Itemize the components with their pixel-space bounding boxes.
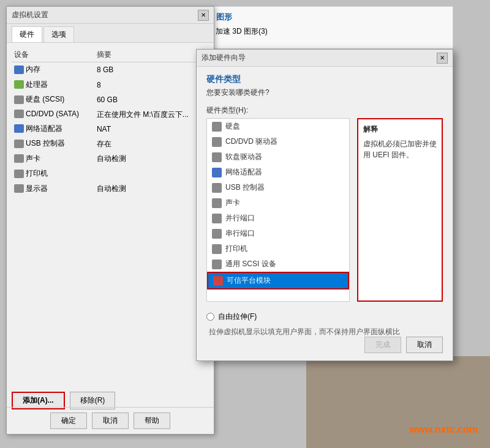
table-row[interactable]: 内存 8 GB bbox=[12, 62, 209, 78]
table-row[interactable]: 处理器 8 bbox=[12, 78, 209, 93]
hw-item-floppy[interactable]: 软盘驱动器 bbox=[207, 149, 349, 165]
hw-type-list: 硬盘 CD/DVD 驱动器 软盘驱动器 网络适配器 USB 控制器 bbox=[206, 118, 350, 302]
hw-section-title: 硬件类型 bbox=[206, 74, 443, 85]
vm-settings-window: 虚拟机设置 ✕ 硬件 选项 设备 摘要 内存 8 GB 处理器 8 bbox=[6, 6, 214, 435]
net-list-icon bbox=[212, 168, 222, 177]
dialog-bottom-area: 自由拉伸(F) 拉伸虚拟机显示以填充用户界面，而不保持用户界面纵横比 bbox=[206, 312, 443, 337]
dialog-cancel-button[interactable]: 取消 bbox=[406, 337, 443, 353]
ok-button[interactable]: 确定 bbox=[50, 413, 87, 429]
table-row[interactable]: 网络适配器 NAT bbox=[12, 122, 209, 137]
accelerate-3d-row: 加速 3D 图形(3) bbox=[204, 26, 445, 37]
hw-item-usb[interactable]: USB 控制器 bbox=[207, 180, 349, 195]
hw-item-parallel[interactable]: 并行端口 bbox=[207, 211, 349, 226]
hw-item-cdrom[interactable]: CD/DVD 驱动器 bbox=[207, 134, 349, 149]
table-row[interactable]: 声卡 自动检测 bbox=[12, 152, 209, 167]
bottom-confirm-row: 确定 取消 帮助 bbox=[7, 407, 214, 429]
stretch-radio-row: 自由拉伸(F) bbox=[206, 312, 443, 322]
hw-item-scsi[interactable]: 通用 SCSI 设备 bbox=[207, 256, 349, 272]
stretch-description: 拉伸虚拟机显示以填充用户界面，而不保持用户界面纵横比 bbox=[206, 327, 443, 337]
hw-item-printer[interactable]: 打印机 bbox=[207, 241, 349, 256]
finish-button[interactable]: 完成 bbox=[364, 337, 401, 353]
tab-hardware[interactable]: 硬件 bbox=[12, 26, 42, 42]
add-hw-body: 硬件类型 您要安装哪类硬件? 硬件类型(H): 硬盘 CD/DVD 驱动器 软盘… bbox=[197, 67, 453, 345]
watermark-site: www.nxtc.com bbox=[410, 423, 478, 436]
add-hw-close-btn[interactable]: ✕ bbox=[437, 53, 448, 64]
scsi-list-icon bbox=[212, 259, 222, 269]
hdd-list-icon bbox=[212, 122, 222, 132]
accelerate-3d-label: 加速 3D 图形(3) bbox=[216, 26, 268, 37]
hw-item-serial[interactable]: 串行端口 bbox=[207, 226, 349, 241]
graphics-3d-title: 3D 图形 bbox=[204, 12, 445, 23]
cdrom-icon bbox=[14, 110, 24, 118]
vm-settings-close-btn[interactable]: ✕ bbox=[198, 10, 209, 21]
print-icon bbox=[14, 170, 24, 178]
hdd-icon bbox=[14, 95, 24, 104]
dialog-footer: 完成 取消 bbox=[364, 337, 443, 353]
hw-item-hdd[interactable]: 硬盘 bbox=[207, 119, 349, 134]
add-hw-titlebar: 添加硬件向导 ✕ bbox=[197, 50, 453, 67]
parallel-list-icon bbox=[212, 214, 222, 223]
table-row[interactable]: 打印机 bbox=[12, 166, 209, 182]
col-summary: 摘要 bbox=[94, 48, 209, 62]
add-hw-dialog-title: 添加硬件向导 bbox=[202, 53, 246, 63]
cancel-button[interactable]: 取消 bbox=[92, 413, 129, 429]
table-row[interactable]: CD/DVD (SATA) 正在使用文件 M:\百度云下... bbox=[12, 108, 209, 122]
vm-settings-title: 虚拟机设置 bbox=[12, 10, 48, 20]
vm-settings-tabs: 硬件 选项 bbox=[7, 24, 214, 43]
printer-list-icon bbox=[212, 244, 222, 254]
dialog-content-row: 硬盘 CD/DVD 驱动器 软盘驱动器 网络适配器 USB 控制器 bbox=[206, 118, 443, 302]
serial-list-icon bbox=[212, 229, 222, 239]
col-device: 设备 bbox=[12, 48, 94, 62]
table-row[interactable]: 显示器 自动检测 bbox=[12, 182, 209, 197]
memory-icon bbox=[14, 65, 24, 74]
sound-icon bbox=[14, 154, 24, 163]
tab-options[interactable]: 选项 bbox=[43, 26, 74, 42]
table-row[interactable]: 硬盘 (SCSI) 60 GB bbox=[12, 92, 209, 108]
device-table: 设备 摘要 内存 8 GB 处理器 8 硬盘 (SCSI) 60 GB bbox=[12, 48, 209, 196]
table-row[interactable]: USB 控制器 存在 bbox=[12, 136, 209, 152]
explanation-area: 解释 虚拟机必须已加密并使用 UEFI 固件。 bbox=[357, 118, 443, 302]
stretch-radio[interactable] bbox=[206, 313, 214, 321]
hw-item-network[interactable]: 网络适配器 bbox=[207, 165, 349, 180]
hw-subtitle: 您要安装哪类硬件? bbox=[206, 88, 443, 98]
hw-item-tpm[interactable]: 可信平台模块 bbox=[207, 272, 349, 289]
graphics-3d-section: 3D 图形 加速 3D 图形(3) bbox=[196, 6, 453, 49]
net-icon bbox=[14, 124, 24, 133]
device-table-area: 设备 摘要 内存 8 GB 处理器 8 硬盘 (SCSI) 60 GB bbox=[7, 43, 214, 397]
hw-item-sound[interactable]: 声卡 bbox=[207, 195, 349, 211]
floppy-list-icon bbox=[212, 152, 222, 162]
display-icon bbox=[14, 184, 24, 193]
sound-list-icon bbox=[212, 198, 222, 208]
vm-settings-titlebar: 虚拟机设置 ✕ bbox=[7, 7, 214, 24]
help-button[interactable]: 帮助 bbox=[134, 413, 170, 429]
add-hw-dialog: 添加硬件向导 ✕ 硬件类型 您要安装哪类硬件? 硬件类型(H): 硬盘 CD/D… bbox=[196, 49, 453, 361]
cdrom-list-icon bbox=[212, 137, 222, 147]
usb-list-icon bbox=[212, 183, 222, 193]
site-logo-text: www.nxtc.com bbox=[410, 424, 478, 435]
cpu-icon bbox=[14, 80, 24, 89]
usb-icon bbox=[14, 140, 24, 148]
explanation-title: 解释 bbox=[363, 124, 437, 135]
tpm-list-icon bbox=[213, 276, 223, 286]
explanation-text: 虚拟机必须已加密并使用 UEFI 固件。 bbox=[363, 138, 437, 160]
hw-list-label: 硬件类型(H): bbox=[206, 105, 443, 116]
